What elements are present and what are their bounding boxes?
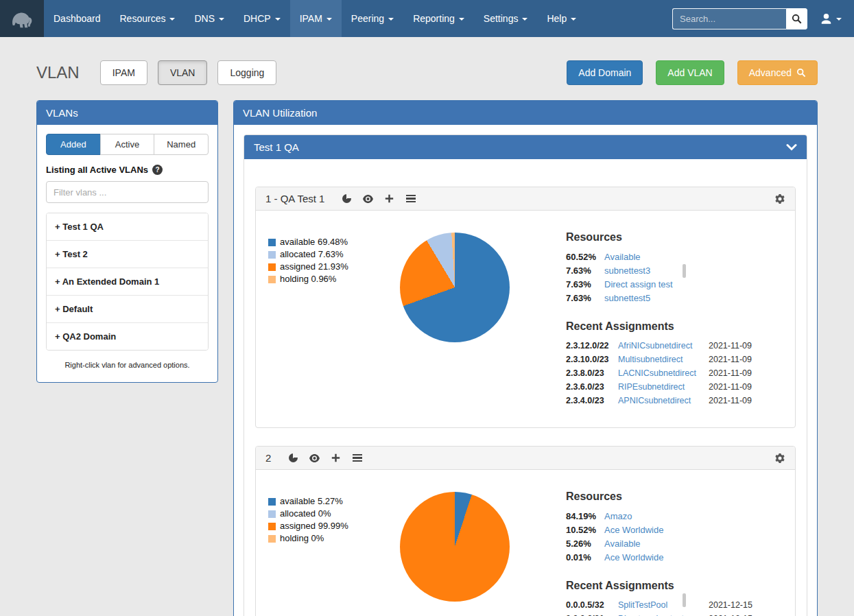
- search-input[interactable]: [672, 8, 786, 29]
- assignment-link[interactable]: Multisubnetdirect: [618, 355, 709, 364]
- resource-link[interactable]: Amazo: [604, 511, 632, 521]
- nav-dns[interactable]: DNS: [185, 0, 234, 37]
- legend-item: assigned 21.93%: [268, 261, 397, 272]
- pie-chart-icon[interactable]: [341, 193, 353, 204]
- assignment-link[interactable]: LACNICsubnetdirect: [618, 368, 709, 378]
- tab-logging[interactable]: Logging: [217, 60, 276, 85]
- filter-vlans-input[interactable]: [46, 181, 209, 203]
- legend-swatch: [268, 276, 276, 283]
- legend-item: available 69.48%: [268, 237, 397, 248]
- caret-down-icon: [169, 18, 175, 21]
- assignments-scrollbar[interactable]: [683, 593, 686, 607]
- chevron-down-icon[interactable]: [786, 143, 797, 152]
- add-vlan-button[interactable]: Add VLAN: [656, 60, 724, 85]
- nav-help[interactable]: Help: [537, 0, 586, 37]
- resource-row: 7.63% Direct assign test: [566, 279, 772, 289]
- search-icon: [796, 68, 806, 78]
- eye-icon[interactable]: [309, 452, 320, 464]
- resources-heading: Resources: [566, 231, 772, 244]
- nav-dashboard[interactable]: Dashboard: [44, 0, 110, 37]
- caret-down-icon: [388, 18, 394, 21]
- vlan-info: Resources 60.52% Available 7.63% subnett…: [566, 231, 772, 410]
- legend-item: allocated 7.63%: [268, 249, 397, 260]
- eye-icon[interactable]: [362, 193, 374, 204]
- assignment-row: 2.3.8.0/23 LACNICsubnetdirect 2021-11-09: [566, 368, 772, 378]
- nav-dhcp[interactable]: DHCP: [234, 0, 290, 37]
- assignment-link[interactable]: SplitTestPool: [618, 600, 709, 610]
- legend-swatch: [268, 239, 276, 246]
- assignment-row: 2.3.4.0/23 APNICsubnetdirect 2021-11-09: [566, 396, 772, 405]
- caret-down-icon: [571, 18, 576, 21]
- assignment-row: 2.3.12.0/22 AfriNICsubnetdirect 2021-11-…: [566, 341, 772, 351]
- vlan-box-title: 1 - QA Test 1: [265, 193, 324, 204]
- utilization-panel-heading: VLAN Utilization: [234, 101, 817, 125]
- assignment-row: 2.3.6.0/23 RIPEsubnetdirect 2021-11-09: [566, 382, 772, 392]
- legend-swatch: [268, 251, 276, 259]
- nav-reporting[interactable]: Reporting: [403, 0, 474, 37]
- help-icon[interactable]: ?: [152, 165, 163, 175]
- tab-vlan[interactable]: VLAN: [158, 60, 208, 85]
- caret-down-icon: [275, 18, 281, 21]
- resource-link[interactable]: subnettest5: [604, 293, 650, 303]
- tab-ipam[interactable]: IPAM: [100, 60, 147, 85]
- vlan-list-item[interactable]: + Test 1 QA: [47, 213, 208, 241]
- nav-ipam[interactable]: IPAM: [290, 0, 342, 37]
- nav-resources[interactable]: Resources: [110, 0, 185, 37]
- recent-assignments-heading: Recent Assignments: [566, 580, 772, 592]
- mode-named-button[interactable]: Named: [154, 134, 209, 155]
- brand-logo[interactable]: [0, 0, 44, 37]
- mode-active-button[interactable]: Active: [100, 134, 155, 155]
- caret-down-icon: [327, 18, 332, 21]
- plus-icon[interactable]: [330, 452, 342, 464]
- header-actions: Add Domain Add VLAN Advanced: [567, 60, 818, 85]
- assignment-link[interactable]: APNICsubnetdirect: [618, 396, 709, 405]
- add-domain-button[interactable]: Add Domain: [567, 60, 643, 85]
- resource-link[interactable]: Available: [604, 252, 641, 262]
- listing-label: Listing all Active VLANs ?: [46, 165, 209, 175]
- vlan-box-2-header: 2: [256, 447, 795, 470]
- pie-legend: available 5.27% allocated 0% assigned 99…: [268, 490, 397, 616]
- utilization-pie-chart[interactable]: [400, 233, 510, 342]
- resource-row: 5.26% Available: [566, 538, 772, 549]
- advanced-button[interactable]: Advanced: [737, 60, 818, 85]
- vlan-list-item[interactable]: + QA2 Domain: [47, 323, 208, 350]
- vlan-box-1: 1 - QA Test 1: [255, 187, 796, 428]
- vlan-list-item[interactable]: + Default: [47, 296, 208, 323]
- vlan-list-item[interactable]: + An Extended Domain 1: [47, 268, 208, 296]
- legend-swatch: [268, 535, 276, 543]
- gear-icon[interactable]: [774, 452, 785, 464]
- caret-down-icon: [522, 18, 527, 21]
- vlan-list: + Test 1 QA + Test 2 + An Extended Domai…: [46, 213, 209, 351]
- mode-added-button[interactable]: Added: [46, 134, 101, 155]
- utilization-pie-chart[interactable]: [400, 492, 510, 602]
- menu-icon[interactable]: [351, 452, 363, 464]
- nav-settings[interactable]: Settings: [474, 0, 538, 37]
- recent-assignments-heading: Recent Assignments: [566, 320, 772, 333]
- menu-icon[interactable]: [405, 193, 416, 204]
- gear-icon[interactable]: [774, 193, 785, 204]
- search-button[interactable]: [786, 8, 807, 29]
- resource-link[interactable]: Ace Worldwide: [604, 525, 663, 535]
- vlan-list-item[interactable]: + Test 2: [47, 241, 208, 268]
- user-menu[interactable]: [814, 12, 847, 25]
- legend-item: available 5.27%: [268, 496, 397, 507]
- vlan-box-title: 2: [265, 452, 271, 464]
- legend-item: holding 0%: [268, 533, 397, 544]
- legend-swatch: [268, 523, 276, 530]
- resource-link[interactable]: Ace Worldwide: [604, 552, 663, 562]
- legend-swatch: [268, 510, 276, 518]
- resource-link[interactable]: Available: [604, 538, 641, 549]
- resource-link[interactable]: subnettest3: [604, 265, 650, 276]
- resource-row: 0.01% Ace Worldwide: [566, 552, 772, 562]
- vlans-panel: VLANs Added Active Named Listing all Act…: [36, 100, 218, 383]
- resources-scrollbar[interactable]: [683, 264, 686, 278]
- pie-chart-icon[interactable]: [287, 452, 299, 464]
- resource-row: 60.52% Available: [566, 252, 772, 262]
- domain-group-heading[interactable]: Test 1 QA: [244, 135, 807, 159]
- resource-link[interactable]: Direct assign test: [604, 279, 673, 289]
- resource-row: 10.52% Ace Worldwide: [566, 525, 772, 535]
- plus-icon[interactable]: [383, 193, 395, 204]
- assignment-link[interactable]: AfriNICsubnetdirect: [618, 341, 709, 351]
- nav-peering[interactable]: Peering: [342, 0, 403, 37]
- assignment-link[interactable]: RIPEsubnetdirect: [618, 382, 709, 392]
